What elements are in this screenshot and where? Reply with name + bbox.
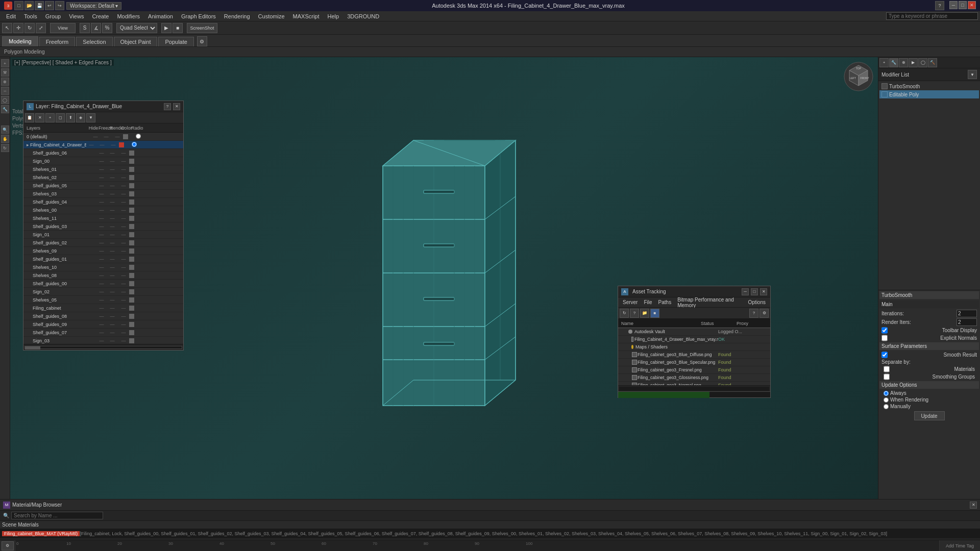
modifier-turbosmooth[interactable]: TurboSmooth	[879, 82, 979, 90]
move-btn[interactable]: ✛	[13, 23, 23, 33]
redo-btn[interactable]: ↪	[55, 1, 64, 10]
menu-views[interactable]: Views	[65, 12, 88, 20]
when-rendering-radio[interactable]	[884, 397, 889, 403]
asset-menu-file[interactable]: File	[641, 299, 654, 306]
layer-item-default[interactable]: 0 (default) — — —	[23, 133, 183, 141]
layer-sel-btn[interactable]: ◻	[56, 113, 65, 122]
layer-item-shelf05[interactable]: Shelf_guides_05———	[23, 182, 183, 190]
asset-menu-paths[interactable]: Paths	[656, 299, 674, 306]
layer-item-filing[interactable]: ▸ Filing_Cabinet_4_Drawer_Blue — — —	[23, 141, 183, 149]
material-close-btn[interactable]: ✕	[970, 502, 977, 509]
asset-normal[interactable]: Filing_cabinet_geo3_Normal.png Found	[618, 382, 770, 385]
search-input[interactable]	[886, 12, 978, 20]
turbosmooth-section[interactable]: TurboSmooth	[879, 291, 979, 299]
asset-scrollbar-h[interactable]	[618, 385, 770, 391]
timeline-track[interactable]: 0 10 20 30 40 50 60 70 80 90 100	[15, 540, 939, 551]
modifier-list-arrow[interactable]: ▼	[968, 70, 977, 79]
select-btn[interactable]: ↖	[2, 23, 12, 33]
mat-filing-cabinet-blue[interactable]: Filing_cabinet_Blue_MAT (VRayMtl)	[2, 531, 80, 536]
layer-item-sign02[interactable]: Sign_02———	[23, 288, 183, 296]
asset-fresnel[interactable]: Filing_cabinet_geo3_Fresnel.png Found	[618, 366, 770, 374]
layer-item-shelf04[interactable]: Shelf_guides_04———	[23, 198, 183, 206]
asset-specular[interactable]: Filing_cabinet_geo3_Blue_Specular.png Fo…	[618, 359, 770, 366]
tab-modeling[interactable]: Modeling	[2, 36, 38, 46]
menu-tools[interactable]: Tools	[20, 12, 41, 20]
iterations-input[interactable]	[957, 310, 977, 317]
layer-item-shelves02[interactable]: Shelves_02———	[23, 173, 183, 182]
material-search-input[interactable]	[11, 512, 103, 519]
menu-graph-editors[interactable]: Graph Editors	[177, 12, 220, 20]
layer-item-shelves00[interactable]: Shelves_00———	[23, 206, 183, 214]
asset-missing-btn[interactable]: ?	[630, 309, 639, 318]
layer-item-shelf08[interactable]: Shelf_guides_08———	[23, 312, 183, 320]
menu-create[interactable]: Create	[88, 12, 113, 20]
modify-icon[interactable]: ⚒	[1, 68, 9, 77]
create-icon[interactable]: +	[1, 59, 9, 67]
util-panel-btn[interactable]: 🔨	[928, 58, 937, 67]
viewport-area[interactable]: [+] [Perspective] [ Shaded + Edged Faces…	[10, 57, 878, 499]
angle-snap[interactable]: ∡	[91, 23, 101, 33]
layer-delete-btn[interactable]: ✕	[35, 113, 44, 122]
toolbar-display-checkbox[interactable]	[881, 327, 888, 334]
layer-item-sign00[interactable]: Sign_00———	[23, 157, 183, 165]
menu-rendering[interactable]: Rendering	[220, 12, 254, 20]
create-panel-btn[interactable]: +	[879, 58, 889, 67]
menu-modifiers[interactable]: Modifiers	[113, 12, 144, 20]
display-panel-btn[interactable]: ◯	[918, 58, 927, 67]
asset-refresh-btn[interactable]: ↻	[620, 309, 629, 318]
main-section[interactable]: Main	[879, 300, 979, 308]
asset-minimize-btn[interactable]: ─	[742, 288, 749, 295]
menu-customize[interactable]: Customize	[254, 12, 289, 20]
manually-radio[interactable]	[884, 404, 889, 409]
tab-selection[interactable]: Selection	[76, 37, 112, 46]
asset-selected-btn[interactable]: ■	[650, 309, 659, 318]
asset-close-btn[interactable]: ✕	[760, 288, 767, 295]
open-btn[interactable]: 📂	[24, 1, 34, 10]
layer-item-filing-cabinet[interactable]: Filing_cabinet———	[23, 304, 183, 312]
materials-checkbox[interactable]	[884, 366, 890, 372]
layer-scrollbar[interactable]	[23, 344, 183, 350]
layer-item-shelf00[interactable]: Shelf_guides_00———	[23, 280, 183, 288]
modifier-editable-poly[interactable]: Editable Poly	[879, 90, 979, 98]
layer-item-shelf02[interactable]: Shelf_guides_02———	[23, 239, 183, 247]
layer-item-shelves01[interactable]: Shelves_01———	[23, 165, 183, 173]
layer-item-shelf06[interactable]: Shelf_guides_06———	[23, 149, 183, 157]
layer-close-btn[interactable]: ✕	[173, 103, 180, 110]
asset-glossiness[interactable]: Filing_cabinet_geo3_Glossiness.png Found	[618, 374, 770, 382]
add-time-tag-btn[interactable]: Add Time Tag	[939, 540, 980, 551]
smoothing-groups-checkbox[interactable]	[884, 373, 890, 380]
menu-help[interactable]: Help	[324, 12, 344, 20]
layer-item-shelves11[interactable]: Shelves_11———	[23, 214, 183, 222]
layer-item-shelves08[interactable]: Shelves_08———	[23, 271, 183, 280]
layer-item-shelves05[interactable]: Shelves_05———	[23, 296, 183, 304]
layer-new-btn[interactable]: 📋	[25, 113, 34, 122]
asset-maps-folder[interactable]: Maps / Shaders	[618, 343, 770, 351]
save-btn[interactable]: 💾	[35, 1, 44, 10]
menu-maxscript[interactable]: MAXScript	[289, 12, 324, 20]
workspace-dropdown[interactable]: Workspace: Default▾	[66, 2, 121, 10]
ref-coord[interactable]: View	[50, 23, 76, 33]
asset-max-file[interactable]: Filing_Cabinet_4_Drawer_Blue_max_vray.ma…	[618, 336, 770, 343]
layer-item-shelf09[interactable]: Shelf_guides_09———	[23, 320, 183, 329]
layer-current-btn[interactable]: ◈	[76, 113, 85, 122]
render-iters-input[interactable]	[957, 318, 977, 326]
layer-add-sel-btn[interactable]: +	[45, 113, 55, 122]
asset-help-btn[interactable]: ?	[749, 309, 758, 318]
hierarchy-icon[interactable]: ⊕	[1, 78, 9, 86]
asset-restore-btn[interactable]: □	[751, 288, 758, 295]
layer-item-shelf03[interactable]: Shelf_guides_03———	[23, 222, 183, 231]
asset-vault[interactable]: Autodesk Vault Logged O...	[618, 328, 770, 336]
layer-item-shelf07[interactable]: Shelf_guides_07———	[23, 329, 183, 337]
new-btn[interactable]: □	[14, 1, 23, 10]
utilities-icon[interactable]: 🔧	[1, 105, 9, 113]
pan-icon[interactable]: ✋	[1, 135, 9, 143]
asset-diffuse[interactable]: Filing_cabinet_geo3_Blue_Diffuse.png Fou…	[618, 351, 770, 359]
maximize-button[interactable]: □	[959, 1, 967, 9]
scale-btn[interactable]: ⤢	[36, 23, 46, 33]
close-button[interactable]: ✕	[968, 1, 976, 9]
tab-populate[interactable]: Populate	[158, 37, 193, 46]
explicit-normals-checkbox[interactable]	[881, 335, 888, 341]
layer-minimize-btn[interactable]: ?	[164, 103, 171, 110]
timeline-settings-btn[interactable]: ⚙	[2, 541, 14, 550]
menu-edit[interactable]: Edit	[2, 12, 20, 20]
